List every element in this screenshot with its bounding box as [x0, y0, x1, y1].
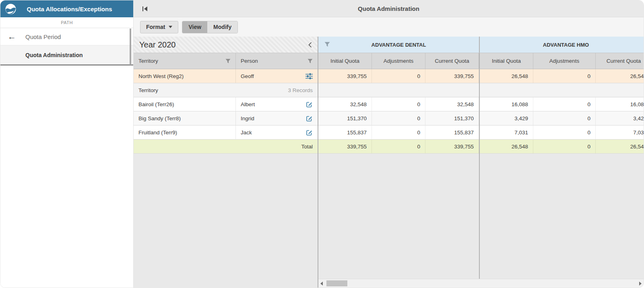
filter-icon[interactable]: [308, 59, 313, 64]
top-bar: Quota Administration: [134, 0, 644, 17]
group-header-label: ADVANTAGE DENTAL: [372, 42, 426, 48]
scroll-right-arrow-icon[interactable]: [639, 282, 642, 286]
view-modify-toggle: View Modify: [182, 21, 238, 33]
sidebar-title: Quota Allocations/Exceptions: [16, 6, 128, 12]
column-header: Current Quota: [596, 53, 644, 69]
sidebar-scrollbar[interactable]: [130, 29, 131, 65]
total-label: Total: [301, 144, 313, 150]
quota-value-cell: 7,031: [480, 125, 533, 140]
quota-value-cell: 26,548: [480, 69, 533, 83]
table-row-values: 151,370 0 151,370 3,429 0 3,429: [318, 111, 644, 125]
table-group-row: Territory 3 Records: [134, 83, 318, 97]
quota-value-cell: 151,370: [425, 111, 479, 125]
app-logo-icon: [5, 4, 16, 14]
total-row: Total: [134, 140, 318, 154]
modify-button[interactable]: Modify: [207, 21, 237, 33]
product-group-headers: ADVANTAGE DENTAL ADVANTAGE HMO: [318, 37, 644, 53]
quota-value-cell: 339,755: [425, 69, 479, 83]
total-value-cell: 339,755: [318, 140, 372, 154]
toolbar: Format View Modify: [134, 17, 644, 37]
sidebar-item-quota-administration[interactable]: Quota Administration: [0, 45, 133, 66]
collapse-period-icon[interactable]: [308, 42, 312, 48]
column-header: Adjustments: [372, 53, 425, 69]
frozen-column-headers: Territory Person: [134, 53, 318, 69]
quota-value-cell: 3,429: [480, 111, 533, 125]
total-label-cell: Total: [134, 140, 318, 154]
quota-value-cell: 3,429: [596, 111, 644, 125]
quota-grid: Year 2020 Territory Person: [134, 37, 644, 288]
table-row: Big Sandy (Terr8) Ingrid: [134, 111, 318, 125]
group-header-advantage-dental: ADVANTAGE DENTAL: [318, 37, 479, 53]
person-cell: Geoff: [236, 69, 318, 83]
group-header-advantage-hmo: ADVANTAGE HMO: [480, 37, 644, 53]
group-row-count: 3 Records: [288, 87, 313, 93]
table-row-parent: North West (Reg2) Geoff: [134, 69, 318, 83]
quota-value-cell: 339,755: [318, 69, 372, 83]
table-row: Fruitland (Terr9) Jack: [134, 125, 318, 140]
collapse-sidebar-icon[interactable]: [142, 6, 148, 12]
path-label: PATH: [0, 17, 133, 28]
table-row-values: 339,755 0 339,755 26,548 0 26,548: [318, 69, 644, 83]
total-value-cell: 339,755: [425, 140, 479, 154]
sidebar-header: Quota Allocations/Exceptions: [0, 0, 133, 17]
table-row-values: 155,837 0 155,837 7,031 0 7,031: [318, 125, 644, 140]
scrollbar-thumb[interactable]: [326, 280, 347, 286]
total-value-cell: 0: [533, 140, 596, 154]
quota-value-cell: 26,548: [596, 69, 644, 83]
column-header-label: Territory: [138, 58, 158, 64]
horizontal-scrollbar[interactable]: [318, 279, 644, 288]
quota-value-cell: 0: [372, 111, 425, 125]
empty-grid-area: [318, 154, 644, 279]
group-header-label: ADVANTAGE HMO: [543, 42, 589, 48]
edit-icon[interactable]: [306, 101, 313, 108]
page-title: Quota Administration: [134, 5, 644, 12]
edit-icon[interactable]: [306, 129, 313, 136]
filter-icon[interactable]: [324, 42, 330, 48]
table-group-row-values: [318, 83, 644, 97]
quota-value-cell: 155,837: [425, 125, 479, 140]
scroll-left-arrow-icon[interactable]: [320, 282, 323, 286]
person-cell: Albert: [236, 97, 318, 111]
quota-value-cell: 0: [372, 69, 425, 83]
edit-icon[interactable]: [306, 115, 313, 122]
territory-column-header: Territory: [134, 53, 236, 69]
app-window: Quota Allocations/Exceptions PATH ← Quot…: [0, 0, 644, 288]
column-header: Initial Quota: [480, 53, 533, 69]
total-row-values: 339,755 0 339,755 26,548 0 26,548: [318, 140, 644, 154]
chevron-down-icon: [169, 26, 172, 28]
format-button-label: Format: [146, 24, 165, 30]
column-header: Current Quota: [425, 53, 479, 69]
quota-value-cell: 151,370: [318, 111, 372, 125]
quota-value-cell: 7,031: [596, 125, 644, 140]
group-row-label: Territory: [138, 87, 158, 93]
total-value-cell: 26,548: [596, 140, 644, 154]
territory-cell: North West (Reg2): [134, 69, 236, 83]
total-value-cell: 0: [372, 140, 425, 154]
empty-cell: [480, 83, 644, 97]
total-value-cell: 26,548: [480, 140, 533, 154]
filter-icon[interactable]: [225, 59, 231, 64]
quota-value-cell: 0: [372, 97, 425, 111]
sidebar-item-label: Quota Period: [25, 33, 61, 40]
column-header-label: Person: [241, 58, 258, 64]
person-cell: Jack: [236, 125, 318, 140]
empty-cell: [318, 83, 479, 97]
format-button[interactable]: Format: [140, 21, 178, 33]
column-header: Initial Quota: [318, 53, 372, 69]
values-pane: ADVANTAGE DENTAL ADVANTAGE HMO Initial Q…: [318, 37, 644, 279]
quota-value-cell: 155,837: [318, 125, 372, 140]
person-cell: Ingrid: [236, 111, 318, 125]
view-button[interactable]: View: [182, 21, 207, 33]
table-row-values: 32,548 0 32,548 16,088 0 16,088: [318, 97, 644, 111]
quota-value-cell: 32,548: [318, 97, 372, 111]
group-row-cell: Territory 3 Records: [134, 83, 318, 97]
quota-value-cell: 0: [533, 69, 596, 83]
sidebar-item-quota-period[interactable]: ← Quota Period: [0, 28, 133, 45]
person-column-header: Person: [236, 53, 318, 69]
quota-value-cell: 0: [533, 97, 596, 111]
allocate-sliders-icon[interactable]: [305, 73, 313, 79]
back-arrow-icon[interactable]: ←: [8, 32, 25, 41]
quota-value-cell: 0: [533, 125, 596, 140]
period-title: Year 2020: [139, 40, 175, 49]
quota-value-cell: 0: [533, 111, 596, 125]
